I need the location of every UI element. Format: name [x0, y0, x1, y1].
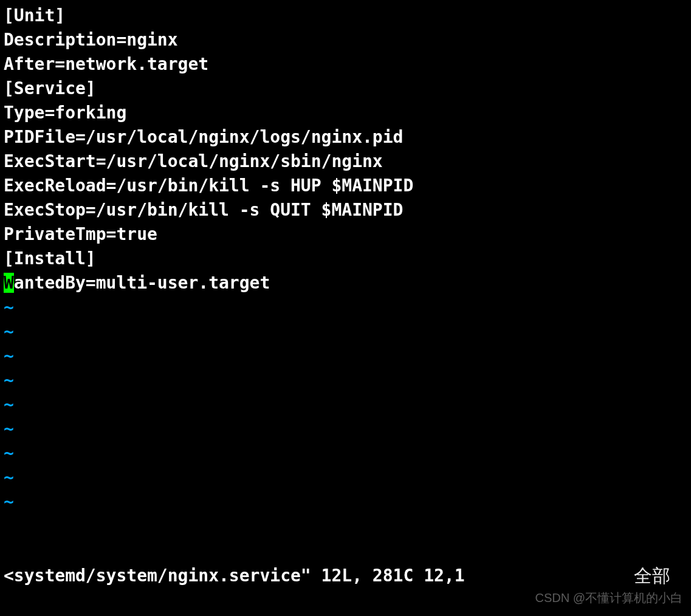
empty-line-tilde: ~ [4, 465, 691, 490]
empty-line-tilde: ~ [4, 295, 691, 320]
vim-status-bar: <systemd/system/nginx.service" 12L, 281C… [4, 564, 687, 588]
source-watermark: CSDN @不懂计算机的小白 [535, 586, 682, 610]
editor-line[interactable]: Description=nginx [4, 28, 691, 52]
editor-line[interactable]: [Unit] [4, 4, 691, 28]
editor-line[interactable]: [Install] [4, 247, 691, 271]
empty-line-tilde: ~ [4, 344, 691, 368]
empty-line-tilde: ~ [4, 417, 691, 441]
editor-line[interactable]: Type=forking [4, 101, 691, 125]
vim-terminal[interactable]: [Unit]Description=nginxAfter=network.tar… [0, 0, 691, 616]
status-position: 全部 [634, 564, 687, 588]
text-cursor: W [4, 273, 14, 293]
editor-line[interactable]: [Service] [4, 77, 691, 101]
editor-line[interactable]: After=network.target [4, 52, 691, 77]
empty-line-tilde: ~ [4, 441, 691, 465]
empty-line-tilde: ~ [4, 320, 691, 344]
editor-line[interactable]: WantedBy=multi-user.target [4, 271, 691, 295]
empty-line-tilde: ~ [4, 490, 691, 514]
editor-buffer[interactable]: [Unit]Description=nginxAfter=network.tar… [4, 4, 691, 514]
editor-line[interactable]: PrivateTmp=true [4, 222, 691, 247]
editor-line[interactable]: ExecReload=/usr/bin/kill -s HUP $MAINPID [4, 174, 691, 198]
editor-line[interactable]: ExecStart=/usr/local/nginx/sbin/nginx [4, 149, 691, 174]
editor-line[interactable]: PIDFile=/usr/local/nginx/logs/nginx.pid [4, 125, 691, 149]
status-file-info: <systemd/system/nginx.service" 12L, 281C… [4, 564, 465, 588]
empty-line-tilde: ~ [4, 368, 691, 392]
editor-line[interactable]: ExecStop=/usr/bin/kill -s QUIT $MAINPID [4, 198, 691, 222]
empty-line-tilde: ~ [4, 392, 691, 417]
